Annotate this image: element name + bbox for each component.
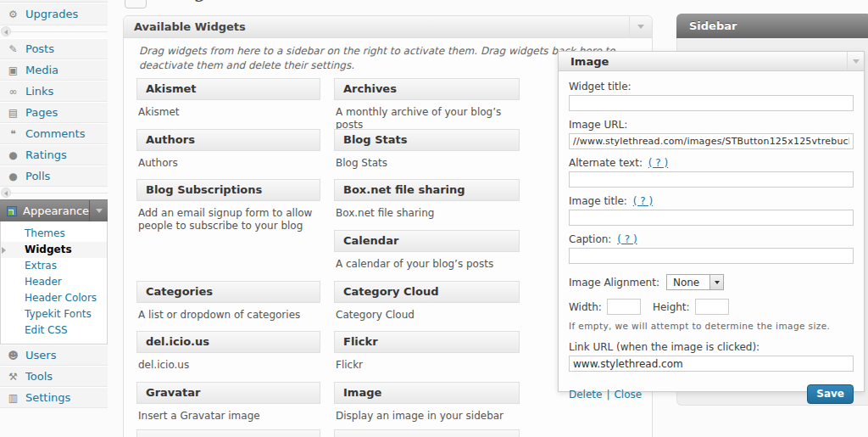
width-label: Width: [569,301,602,313]
widget-desc: Add an email signup form to allow people… [138,207,319,233]
submenu-item-edit-css[interactable]: Edit CSS [1,322,107,339]
submenu-item-header[interactable]: Header [1,274,107,290]
menu-label: Comments [25,124,85,144]
save-button[interactable]: Save [807,384,854,404]
widget-desc: A list or dropdown of categories [138,309,319,322]
widget-title[interactable]: Image [334,382,520,404]
sidebar-item-pages[interactable]: ▤ Pages [0,102,108,123]
widget-title-input[interactable] [569,95,854,111]
collapse-menu-icon[interactable] [1,188,11,198]
menu-label: Media [25,60,58,81]
widget-box-calendar[interactable]: Calendar A calendar of your blog’s posts [334,230,520,271]
sidebar-item-comments[interactable]: ❝ Comments [0,123,108,144]
menu-label: Settings [25,388,70,408]
widget-title[interactable]: Akismet [136,78,320,100]
alternate-text-input[interactable] [569,171,854,188]
sidebar-item-polls[interactable]: ● Polls [0,165,108,187]
widget-box-archives[interactable]: Archives A monthly archive of your blog’… [334,78,520,132]
pages-icon: ▤ [7,103,19,123]
sidebar-item-users[interactable]: ☻ Users [0,345,108,366]
link-url-label: Link URL (when the image is clicked): [569,341,854,353]
image-widget-footer: Delete | Close Save [569,384,854,412]
alternate-text-label: Alternate text: ( ? ) [569,157,854,169]
sidebar-item-settings[interactable]: ▥ Settings [0,387,108,408]
widget-box-delicious[interactable]: del.icio.us del.icio.us [136,331,320,372]
widget-title[interactable]: Authors [136,129,320,151]
submenu-item-themes[interactable]: Themes [1,226,107,242]
widget-title[interactable]: Calendar [334,230,520,252]
footer-separator: | [606,389,609,401]
link-chain-icon: ∞ [7,81,19,102]
menu-label: Upgrades [25,4,78,25]
sidebar-item-tools[interactable]: ⚒ Tools [0,366,108,387]
delete-link[interactable]: Delete [569,389,602,401]
collapse-menu-icon[interactable] [1,26,11,36]
caption-input[interactable] [569,248,854,264]
menu-label: Ratings [25,145,67,165]
width-input[interactable] [607,299,641,315]
submenu-label: Widgets [25,244,72,255]
menu-separator [0,25,108,38]
link-url-input[interactable] [569,356,854,372]
menu-label: Users [25,345,56,366]
chevron-down-icon[interactable] [629,16,652,37]
sidebar-area-header[interactable]: Sidebar [676,14,868,38]
admin-menu: ⚙ Upgrades ✎ Posts ▣ Media ∞ Links ▤ Pag… [0,0,108,437]
sidebar-item-media[interactable]: ▣ Media [0,59,108,81]
widget-title[interactable]: Category Cloud [334,281,520,303]
caption-help-link[interactable]: ( ? ) [617,233,637,245]
widget-box-authors[interactable]: Authors Authors [136,129,320,170]
alignment-label: Image Alignment: [569,277,659,289]
alignment-selected-value: None [667,277,709,289]
settings-icon: ▥ [7,388,19,408]
sidebar-item-links[interactable]: ∞ Links [0,81,108,102]
available-widgets-header[interactable]: Available Widgets [124,16,652,38]
alternate-text-help-link[interactable]: ( ? ) [648,157,668,169]
submenu-item-header-colors[interactable]: Header Colors [1,290,107,306]
widget-title[interactable]: Blog Subscriptions [136,179,320,201]
widget-box-image[interactable]: Image Display an image in your sidebar [334,382,520,423]
widget-title[interactable]: del.icio.us [136,331,320,353]
widget-title[interactable]: Gravatar [136,382,320,404]
submenu-item-extras[interactable]: Extras [1,258,107,274]
widget-title[interactable]: Box.net file sharing [334,179,520,201]
widget-box-partial[interactable] [136,429,320,437]
sidebar-item-posts[interactable]: ✎ Posts [0,38,108,59]
menu-label: Posts [25,39,54,59]
sidebar-item-upgrades[interactable]: ⚙ Upgrades [0,3,108,25]
image-widget-header[interactable]: Image [559,52,864,71]
submenu-item-widgets[interactable]: Widgets [1,242,107,258]
comment-bubble-icon: ❝ [7,124,19,144]
image-title-input[interactable] [569,210,854,226]
appearance-icon [7,206,17,216]
widget-title-label: Widget title: [569,81,854,92]
menu-label: Appearance [23,204,89,217]
sidebar-item-appearance[interactable]: Appearance [0,199,108,221]
current-item-arrow-icon [2,247,6,254]
close-link[interactable]: Close [614,389,642,401]
submenu-item-typekit-fonts[interactable]: Typekit Fonts [1,306,107,322]
widget-title[interactable]: Flickr [334,331,520,353]
menu-label: Links [25,81,53,102]
widget-title[interactable]: Archives [334,78,520,100]
widget-box-boxnet[interactable]: Box.net file sharing Box.net file sharin… [334,179,520,220]
users-icon: ☻ [7,345,19,366]
widget-box-akismet[interactable]: Akismet Akismet [136,78,320,119]
widget-box-partial[interactable] [334,429,520,437]
alignment-select[interactable]: None [666,274,724,290]
widget-box-gravatar[interactable]: Gravatar Insert a Gravatar image [136,382,320,423]
height-input[interactable] [695,299,729,315]
available-widgets-title: Available Widgets [134,20,246,33]
widget-box-blog-stats[interactable]: Blog Stats Blog Stats [334,129,520,170]
chevron-down-icon[interactable] [847,52,864,70]
image-url-input[interactable] [569,133,854,149]
chevron-down-icon[interactable] [89,200,108,221]
widget-box-flickr[interactable]: Flickr Flickr [334,331,520,372]
widget-title[interactable]: Categories [136,281,320,303]
widget-box-category-cloud[interactable]: Category Cloud Category Cloud [334,281,520,322]
image-title-help-link[interactable]: ( ? ) [633,195,653,207]
widget-box-blog-subscriptions[interactable]: Blog Subscriptions Add an email signup f… [136,179,320,233]
widget-box-categories[interactable]: Categories A list or dropdown of categor… [136,281,320,322]
sidebar-item-ratings[interactable]: ● Ratings [0,144,108,165]
widget-title[interactable]: Blog Stats [334,129,520,151]
